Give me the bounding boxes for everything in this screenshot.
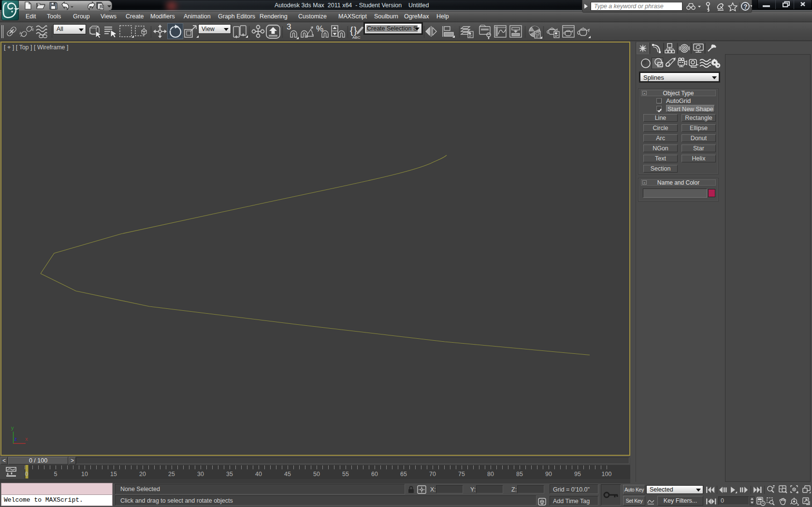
- svg-text:x: x: [25, 436, 28, 442]
- svg-text:3: 3: [287, 22, 291, 31]
- svg-text:?: ?: [744, 3, 748, 10]
- svg-text:ABC: ABC: [352, 35, 361, 40]
- svg-text:{: {: [350, 25, 353, 36]
- svg-text:z: z: [14, 436, 17, 442]
- svg-text:y: y: [11, 425, 14, 431]
